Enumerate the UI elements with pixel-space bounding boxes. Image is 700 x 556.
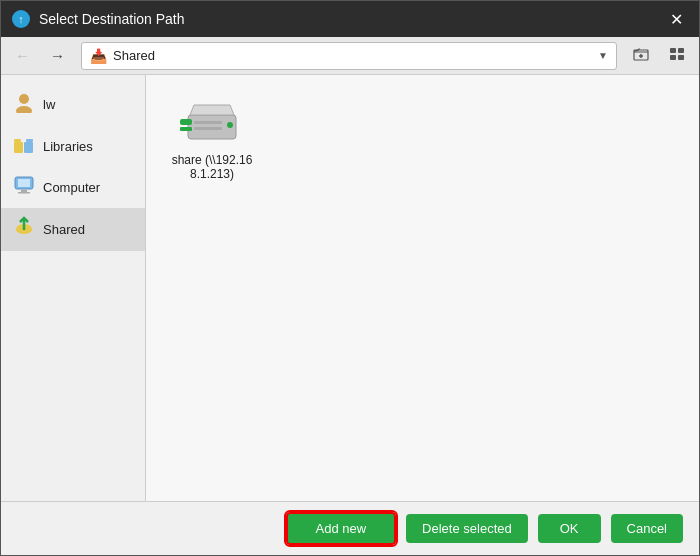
- svg-rect-8: [678, 55, 684, 60]
- bottom-bar: Add new Delete selected OK Cancel: [1, 501, 699, 555]
- add-folder-icon: [633, 46, 649, 62]
- file-area: share (\\192.168.1.213): [146, 75, 699, 501]
- dialog: ↑ Select Destination Path ✕ ← → 📥 Shared…: [0, 0, 700, 556]
- path-folder-icon: 📥: [90, 48, 107, 64]
- svg-rect-26: [180, 127, 192, 131]
- svg-rect-11: [14, 142, 23, 153]
- file-grid: share (\\192.168.1.213): [162, 91, 683, 485]
- svg-rect-6: [678, 48, 684, 53]
- svg-rect-5: [670, 48, 676, 53]
- view-icon: [669, 46, 685, 62]
- sidebar: lw Libraries: [1, 75, 146, 501]
- svg-rect-17: [21, 190, 27, 192]
- app-icon: ↑: [11, 9, 31, 29]
- sidebar-item-libraries[interactable]: Libraries: [1, 126, 145, 167]
- back-button[interactable]: ←: [7, 43, 38, 68]
- computer-icon: [13, 175, 35, 200]
- sidebar-item-computer[interactable]: Computer: [1, 167, 145, 208]
- file-item-label: share (\\192.168.1.213): [168, 153, 256, 181]
- cancel-button[interactable]: Cancel: [611, 514, 683, 543]
- title-bar-left: ↑ Select Destination Path: [11, 9, 185, 29]
- add-folder-button[interactable]: [625, 42, 657, 69]
- path-dropdown-icon[interactable]: ▼: [598, 50, 608, 61]
- svg-rect-25: [180, 119, 192, 125]
- user-icon: [13, 91, 35, 118]
- svg-rect-14: [26, 139, 33, 142]
- add-new-button[interactable]: Add new: [286, 512, 397, 545]
- sidebar-item-shared[interactable]: Shared: [1, 208, 145, 251]
- sidebar-label-computer: Computer: [43, 180, 100, 195]
- sidebar-label-libraries: Libraries: [43, 139, 93, 154]
- list-item[interactable]: share (\\192.168.1.213): [162, 91, 262, 485]
- svg-rect-16: [18, 179, 30, 187]
- delete-selected-button[interactable]: Delete selected: [406, 514, 528, 543]
- svg-rect-28: [194, 127, 222, 130]
- svg-marker-23: [190, 105, 234, 115]
- path-box: 📥 Shared ▼: [81, 42, 617, 70]
- forward-button[interactable]: →: [42, 43, 73, 68]
- svg-point-9: [19, 94, 29, 104]
- svg-text:↑: ↑: [18, 13, 24, 25]
- svg-point-10: [16, 106, 32, 113]
- svg-rect-13: [24, 142, 33, 153]
- sidebar-label-lw: lw: [43, 97, 55, 112]
- libraries-icon: [13, 134, 35, 159]
- svg-rect-27: [194, 121, 222, 124]
- main-area: lw Libraries: [1, 75, 699, 501]
- svg-rect-7: [670, 55, 676, 60]
- nas-drive-icon: [180, 97, 244, 147]
- shared-icon: [13, 216, 35, 243]
- sidebar-label-shared: Shared: [43, 222, 85, 237]
- svg-point-29: [227, 122, 233, 128]
- ok-button[interactable]: OK: [538, 514, 601, 543]
- dialog-title: Select Destination Path: [39, 11, 185, 27]
- view-toggle-button[interactable]: [661, 42, 693, 69]
- toolbar: ← → 📥 Shared ▼: [1, 37, 699, 75]
- svg-rect-12: [14, 139, 21, 142]
- path-text: Shared: [113, 48, 598, 63]
- close-button[interactable]: ✕: [664, 8, 689, 31]
- title-bar: ↑ Select Destination Path ✕: [1, 1, 699, 37]
- sidebar-item-lw[interactable]: lw: [1, 83, 145, 126]
- svg-rect-18: [18, 192, 30, 194]
